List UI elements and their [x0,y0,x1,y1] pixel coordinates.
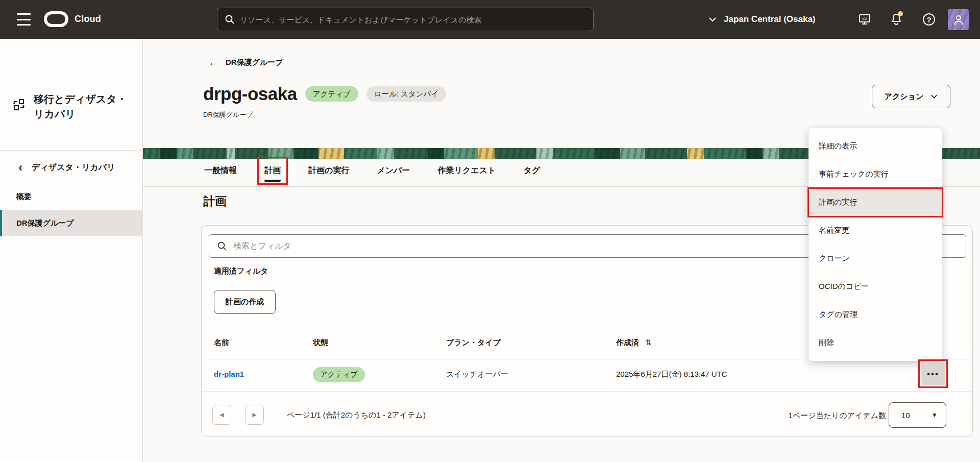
active-tab-underline [264,180,281,182]
tab-plan-executions[interactable]: 計画の実行 [308,157,349,185]
svg-text:<>: <> [862,16,868,21]
chevron-down-icon [708,15,717,23]
column-header-plan-type: プラン・タイプ [446,338,501,348]
page-title: drpg-osaka [203,84,297,104]
column-header-state: 状態 [313,338,328,348]
oracle-o-logo-icon [44,11,68,27]
sidebar: 移行とディザスタ・リカバリ ‹ ディザスタ・リカバリ 概要 DR保護グループ [0,39,143,462]
sidebar-title: 移行とディザスタ・リカバリ [34,92,134,121]
prev-arrow-icon: ◀ [219,411,224,418]
search-icon [217,241,227,251]
column-header-name: 名前 [214,338,229,348]
plan-state-badge: アクティブ [313,367,365,382]
caret-down-icon: ▼ [932,411,938,419]
hamburger-menu-icon[interactable] [17,13,31,26]
plans-heading: 計画 [203,193,227,209]
help-icon[interactable]: ? [922,12,936,27]
column-header-created: 作成済⇅ [616,338,652,348]
tab-general-info[interactable]: 一般情報 [204,157,237,185]
actions-button[interactable]: アクション [872,85,950,108]
oracle-cloud-logo[interactable]: Cloud [44,11,101,27]
applied-filters-label: 適用済フィルタ [214,266,268,276]
row-actions-button[interactable]: ••• [921,362,945,385]
plan-name-link[interactable]: dr-plan1 [214,370,244,378]
page-subtitle: DR保護グループ [203,110,253,119]
person-icon [953,14,964,26]
next-arrow-icon: ▶ [252,411,256,418]
global-search-input[interactable] [240,15,586,24]
brand-text: Cloud [75,14,101,25]
status-badge: アクティブ [305,86,358,102]
create-plan-button[interactable]: 計画の作成 [214,290,276,314]
sort-icon[interactable]: ⇅ [645,338,652,347]
tab-members[interactable]: メンバー [377,157,410,185]
plan-type-cell: スイッチオーバー [446,370,508,379]
sidebar-item-overview[interactable]: 概要 [0,186,143,207]
menu-item-rename[interactable]: 名前変更 [808,216,942,245]
main-content: ← DR保護グループ drpg-osaka アクティブ ロール: スタンバイ D… [143,39,980,462]
sidebar-back-link[interactable]: ‹ ディザスタ・リカバリ [18,161,115,174]
menu-item-copy-ocid[interactable]: OCIDのコピー [808,273,942,301]
items-per-page-select[interactable]: 10 ▼ [889,402,946,428]
tab-tags[interactable]: タグ [523,157,540,185]
sidebar-item-dr-protection-groups[interactable]: DR保護グループ [0,210,143,236]
actions-menu: 詳細の表示 事前チェックの実行 計画の実行 名前変更 クローン OCIDのコピー… [808,128,942,361]
search-icon [225,14,235,25]
row-divider [202,391,972,392]
menu-item-clone[interactable]: クローン [808,245,942,273]
pagination-prev-button[interactable]: ◀ [212,405,231,425]
pagination-text: ページ1/1 (合計2のうちの1 - 2アイテム) [287,410,426,420]
menu-item-execute-plan[interactable]: 計画の実行 [808,188,942,216]
user-avatar[interactable] [948,9,969,30]
global-search[interactable] [217,8,594,31]
notification-dot [898,11,903,16]
notifications-icon[interactable] [889,12,903,27]
pagination-next-button[interactable]: ▶ [245,405,264,425]
cloud-shell-icon[interactable]: <> [857,12,872,27]
oci-console: Cloud Japan Central (Osaka) <> ? [0,0,980,462]
sidebar-divider [0,150,143,151]
tab-bar: 一般情報 計画 計画の実行 メンバー 作業リクエスト タグ [204,157,540,185]
chevron-down-icon [930,93,938,100]
tab-plans[interactable]: 計画 [257,157,288,185]
menu-item-delete[interactable]: 削除 [808,329,942,357]
menu-item-manage-tags[interactable]: タグの管理 [808,301,942,329]
plan-created-cell: 2025年6月27日(金) 8:13:47 UTC [616,370,727,379]
role-badge: ロール: スタンバイ [366,86,446,102]
annotation-box-row-actions: ••• [918,359,948,388]
breadcrumb[interactable]: ← DR保護グループ [208,57,283,67]
tab-work-requests[interactable]: 作業リクエスト [438,157,496,185]
region-selector[interactable]: Japan Central (Osaka) [708,0,816,39]
items-per-page-label: 1ページ当たりのアイテム数 [764,411,886,421]
menu-item-view-details[interactable]: 詳細の表示 [808,132,942,160]
chevron-left-icon: ‹ [18,161,22,174]
region-label: Japan Central (Osaka) [724,14,816,25]
back-arrow-icon: ← [208,57,218,67]
topbar: Cloud Japan Central (Osaka) <> ? [0,0,980,39]
menu-item-run-prechecks[interactable]: 事前チェックの実行 [808,160,942,188]
migration-icon [12,98,26,111]
